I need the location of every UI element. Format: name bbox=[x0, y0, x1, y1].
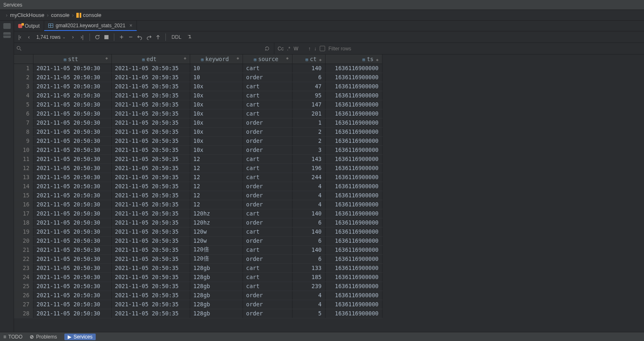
table-row[interactable]: 132021-11-05 20:50:302021-11-05 20:50:35… bbox=[14, 173, 382, 182]
cell-edt[interactable]: 2021-11-05 20:50:35 bbox=[111, 64, 190, 73]
cell-keyword[interactable]: 128gb bbox=[190, 282, 243, 291]
cell-edt[interactable]: 2021-11-05 20:50:35 bbox=[111, 282, 190, 291]
cell-keyword[interactable]: 10x bbox=[190, 100, 243, 109]
cell-edt[interactable]: 2021-11-05 20:50:35 bbox=[111, 118, 190, 127]
arrow-down-icon[interactable]: ↓ bbox=[314, 46, 316, 52]
cell-source[interactable]: cart bbox=[243, 163, 292, 173]
cell-ts[interactable]: 1636116900000 bbox=[325, 245, 382, 254]
table-row[interactable]: 252021-11-05 20:50:302021-11-05 20:50:35… bbox=[14, 282, 382, 291]
cell-ct[interactable]: 140 bbox=[292, 209, 325, 218]
cell-ct[interactable]: 6 bbox=[292, 218, 325, 227]
words-button[interactable]: W bbox=[294, 46, 298, 52]
cell-source[interactable]: cart bbox=[243, 64, 292, 73]
cell-keyword[interactable]: 10x bbox=[190, 82, 243, 91]
cell-ct[interactable]: 239 bbox=[292, 282, 325, 291]
cell-stt[interactable]: 2021-11-05 20:50:30 bbox=[33, 272, 111, 282]
cell-keyword[interactable]: 120hz bbox=[190, 218, 243, 227]
table-row[interactable]: 182021-11-05 20:50:302021-11-05 20:50:35… bbox=[14, 218, 382, 227]
revert-button[interactable] bbox=[136, 33, 144, 41]
column-header-edt[interactable]: ⊞edt◆ bbox=[111, 54, 190, 64]
column-header-keyword[interactable]: ⊞keyword◆ bbox=[190, 54, 243, 64]
row-number-cell[interactable]: 5 bbox=[14, 100, 33, 109]
cell-source[interactable]: order bbox=[243, 218, 292, 227]
table-row[interactable]: 262021-11-05 20:50:302021-11-05 20:50:35… bbox=[14, 291, 382, 300]
cell-ct[interactable]: 140 bbox=[292, 227, 325, 236]
tab-result-table[interactable]: gmall2021.keyword_stats_2021 × bbox=[44, 21, 137, 31]
cell-stt[interactable]: 2021-11-05 20:50:30 bbox=[33, 163, 111, 173]
cell-source[interactable]: order bbox=[243, 200, 292, 209]
row-number-cell[interactable]: 22 bbox=[14, 254, 33, 263]
cell-ts[interactable]: 1636116900000 bbox=[325, 209, 382, 218]
row-number-cell[interactable]: 3 bbox=[14, 82, 33, 91]
row-number-cell[interactable]: 11 bbox=[14, 154, 33, 163]
table-row[interactable]: 42021-11-05 20:50:302021-11-05 20:50:351… bbox=[14, 91, 382, 100]
table-row[interactable]: 22021-11-05 20:50:302021-11-05 20:50:351… bbox=[14, 73, 382, 82]
cell-stt[interactable]: 2021-11-05 20:50:30 bbox=[33, 300, 111, 309]
cell-stt[interactable]: 2021-11-05 20:50:30 bbox=[33, 245, 111, 254]
cell-stt[interactable]: 2021-11-05 20:50:30 bbox=[33, 127, 111, 136]
cell-edt[interactable]: 2021-11-05 20:50:35 bbox=[111, 263, 190, 272]
breadcrumb-console-group[interactable]: console bbox=[51, 12, 70, 18]
cell-source[interactable]: order bbox=[243, 182, 292, 191]
row-number-cell[interactable]: 15 bbox=[14, 191, 33, 200]
cell-stt[interactable]: 2021-11-05 20:50:30 bbox=[33, 218, 111, 227]
cell-edt[interactable]: 2021-11-05 20:50:35 bbox=[111, 236, 190, 245]
cell-ts[interactable]: 1636116900000 bbox=[325, 309, 382, 318]
column-header-source[interactable]: ⊞source◆ bbox=[243, 54, 292, 64]
cell-stt[interactable]: 2021-11-05 20:50:30 bbox=[33, 236, 111, 245]
row-number-cell[interactable]: 20 bbox=[14, 236, 33, 245]
cell-source[interactable]: cart bbox=[243, 109, 292, 118]
cell-ct[interactable]: 3 bbox=[292, 145, 325, 154]
cell-source[interactable]: cart bbox=[243, 209, 292, 218]
cell-edt[interactable]: 2021-11-05 20:50:35 bbox=[111, 309, 190, 318]
cell-source[interactable]: order bbox=[243, 236, 292, 245]
cell-edt[interactable]: 2021-11-05 20:50:35 bbox=[111, 227, 190, 236]
stop-button[interactable] bbox=[102, 33, 111, 41]
first-page-button[interactable]: |‹ bbox=[16, 33, 24, 41]
cell-source[interactable]: order bbox=[243, 300, 292, 309]
cell-source[interactable]: cart bbox=[243, 173, 292, 182]
row-number-cell[interactable]: 13 bbox=[14, 173, 33, 182]
cell-stt[interactable]: 2021-11-05 20:50:30 bbox=[33, 209, 111, 218]
cell-keyword[interactable]: 10x bbox=[190, 109, 243, 118]
row-number-cell[interactable]: 6 bbox=[14, 109, 33, 118]
cell-stt[interactable]: 2021-11-05 20:50:30 bbox=[33, 145, 111, 154]
cell-ts[interactable]: 1636116900000 bbox=[325, 173, 382, 182]
status-problems[interactable]: ⊘ Problems bbox=[30, 334, 57, 340]
cell-edt[interactable]: 2021-11-05 20:50:35 bbox=[111, 163, 190, 173]
table-row[interactable]: 282021-11-05 20:50:302021-11-05 20:50:35… bbox=[14, 309, 382, 318]
cell-edt[interactable]: 2021-11-05 20:50:35 bbox=[111, 245, 190, 254]
cell-edt[interactable]: 2021-11-05 20:50:35 bbox=[111, 200, 190, 209]
table-row[interactable]: 82021-11-05 20:50:302021-11-05 20:50:351… bbox=[14, 127, 382, 136]
filter-checkbox[interactable] bbox=[320, 46, 325, 51]
table-row[interactable]: 212021-11-05 20:50:302021-11-05 20:50:35… bbox=[14, 245, 382, 254]
cell-stt[interactable]: 2021-11-05 20:50:30 bbox=[33, 200, 111, 209]
cell-keyword[interactable]: 10x bbox=[190, 118, 243, 127]
cell-ct[interactable]: 4 bbox=[292, 300, 325, 309]
cell-source[interactable]: cart bbox=[243, 263, 292, 272]
cell-keyword[interactable]: 120倍 bbox=[190, 245, 243, 254]
table-row[interactable]: 122021-11-05 20:50:302021-11-05 20:50:35… bbox=[14, 163, 382, 173]
row-number-cell[interactable]: 19 bbox=[14, 227, 33, 236]
cell-ct[interactable]: 47 bbox=[292, 82, 325, 91]
breadcrumb-datasource[interactable]: myClickHouse bbox=[10, 12, 44, 18]
cell-edt[interactable]: 2021-11-05 20:50:35 bbox=[111, 291, 190, 300]
cell-ct[interactable]: 143 bbox=[292, 154, 325, 163]
close-icon[interactable]: × bbox=[130, 23, 132, 28]
cell-edt[interactable]: 2021-11-05 20:50:35 bbox=[111, 300, 190, 309]
cell-ct[interactable]: 2 bbox=[292, 127, 325, 136]
history-icon[interactable] bbox=[264, 46, 270, 51]
cell-source[interactable]: cart bbox=[243, 91, 292, 100]
row-number-cell[interactable]: 27 bbox=[14, 300, 33, 309]
row-number-cell[interactable]: 21 bbox=[14, 245, 33, 254]
cell-ts[interactable]: 1636116900000 bbox=[325, 291, 382, 300]
cell-source[interactable]: order bbox=[243, 127, 292, 136]
table-row[interactable]: 142021-11-05 20:50:302021-11-05 20:50:35… bbox=[14, 182, 382, 191]
cell-keyword[interactable]: 10x bbox=[190, 145, 243, 154]
cell-ts[interactable]: 1636116900000 bbox=[325, 73, 382, 82]
cell-source[interactable]: order bbox=[243, 309, 292, 318]
cell-ts[interactable]: 1636116900000 bbox=[325, 300, 382, 309]
cell-keyword[interactable]: 10x bbox=[190, 91, 243, 100]
row-number-cell[interactable]: 2 bbox=[14, 73, 33, 82]
cell-ct[interactable]: 140 bbox=[292, 64, 325, 73]
